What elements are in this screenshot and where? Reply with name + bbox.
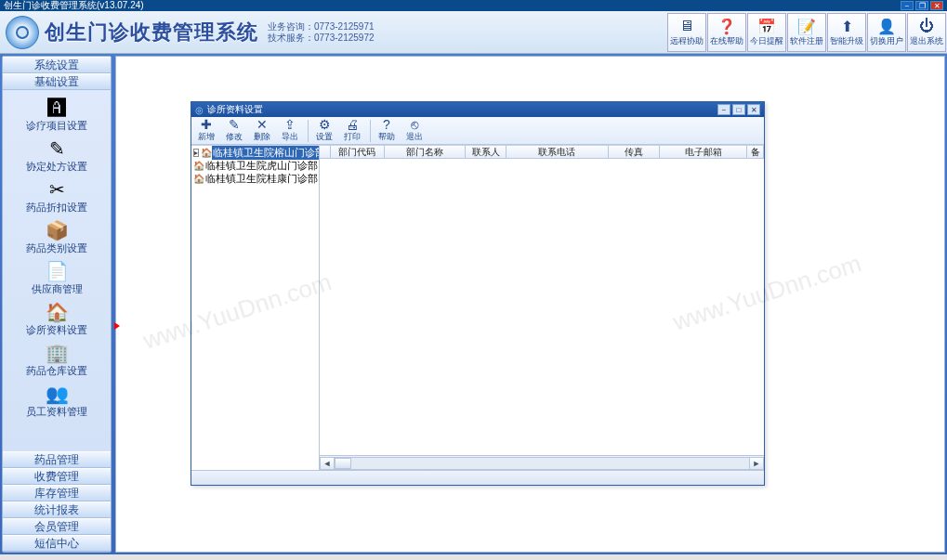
sidebar-item-icon: 🏠 <box>44 301 70 323</box>
sidebar-item-2[interactable]: ✂ 药品折扣设置 <box>3 176 111 216</box>
toolbar-separator <box>308 120 309 142</box>
sidebar-item-icon: 📄 <box>44 260 70 282</box>
grid-hscrollbar[interactable]: ◄ ► <box>320 455 764 470</box>
toolbar-button-label: 打印 <box>344 131 361 143</box>
sidebar-item-1[interactable]: ✎ 协定处方设置 <box>3 135 111 176</box>
grid-header-cell-6[interactable]: 备 <box>747 146 764 158</box>
toolbar-button-label: 设置 <box>316 131 333 143</box>
contact-line-1: 业务咨询：0773-2125971 <box>268 21 375 33</box>
toolbar-button-label: 退出 <box>406 131 423 143</box>
toolbar-button-帮助[interactable]: ? 帮助 <box>374 118 400 144</box>
sidebar-head-top-0[interactable]: 系统设置 <box>3 57 111 73</box>
toolbar-button-退出[interactable]: ⎋ 退出 <box>401 118 427 144</box>
header-button-icon: ❓ <box>717 17 736 35</box>
grid-header: 部门代码部门名称联系人联系电话传真电子邮箱备 <box>320 146 764 159</box>
toolbar-button-label: 导出 <box>282 131 298 143</box>
dialog-body: ▸🏠 临桂镇卫生院榕山门诊部🏠 临桂镇卫生院虎山门诊部🏠 临桂镇卫生院桂康门诊部… <box>191 145 764 470</box>
sidebar-head-bottom-2[interactable]: 库存管理 <box>3 485 111 501</box>
toolbar-button-icon: ? <box>383 118 390 131</box>
toolbar-button-label: 删除 <box>254 131 270 143</box>
toolbar-button-导出[interactable]: ⇪ 导出 <box>277 118 303 144</box>
content-panel: ◎ 诊所资料设置 − □ ✕ ✚ 新增✎ 修改✕ 删除⇪ 导出⚙ 设置🖨 <box>115 56 945 553</box>
outer-window-title: 创生门诊收费管理系统(v13.07.24) <box>4 0 144 12</box>
sidebar-head-bottom-5[interactable]: 短信中心 <box>3 535 111 552</box>
header-button-icon: 🖥 <box>677 17 696 35</box>
toolbar-button-新增[interactable]: ✚ 新增 <box>193 118 219 144</box>
grid-header-cell-4[interactable]: 传真 <box>609 146 661 158</box>
grid-header-cell-1[interactable]: 部门名称 <box>385 146 467 158</box>
header-button-1[interactable]: ❓ 在线帮助 <box>707 13 746 52</box>
sidebar-item-label: 协定处方设置 <box>26 160 87 174</box>
header-button-2[interactable]: 📅 今日提醒 <box>747 13 786 52</box>
maximize-button[interactable]: ❐ <box>915 1 928 10</box>
sidebar-head-bottom-0[interactable]: 药品管理 <box>3 451 111 468</box>
sidebar-head-top-1[interactable]: 基础设置 <box>3 73 111 90</box>
grid-header-cell-5[interactable]: 电子邮箱 <box>660 146 747 158</box>
toolbar-button-设置[interactable]: ⚙ 设置 <box>311 118 337 144</box>
dialog-titlebar: ◎ 诊所资料设置 − □ ✕ <box>191 102 764 117</box>
dialog-close-button[interactable]: ✕ <box>747 104 760 115</box>
app-header: 创生门诊收费管理系统 业务咨询：0773-2125971 技术服务：0773-2… <box>0 11 947 54</box>
grid-header-cell-2[interactable]: 联系人 <box>466 146 506 158</box>
toolbar-button-删除[interactable]: ✕ 删除 <box>249 118 275 144</box>
sidebar-head-bottom-3[interactable]: 统计报表 <box>3 501 111 518</box>
close-button[interactable]: ✕ <box>930 1 943 10</box>
sidebar-head-bottom-4[interactable]: 会员管理 <box>3 518 111 535</box>
header-toolbar: 🖥 远程协助❓ 在线帮助📅 今日提醒📝 软件注册⬆ 智能升级👤 切换用户⏻ 退出… <box>667 13 947 52</box>
outer-window-buttons: − ❐ ✕ <box>901 1 943 10</box>
tree-toggle-icon[interactable]: ▸ <box>193 149 199 157</box>
hscroll-left-icon[interactable]: ◄ <box>320 457 335 470</box>
header-button-0[interactable]: 🖥 远程协助 <box>667 13 706 52</box>
tree-item-1[interactable]: 🏠 临桂镇卫生院虎山门诊部 <box>191 159 319 172</box>
header-button-icon: 📅 <box>757 17 776 35</box>
grid-body <box>320 159 764 455</box>
dialog-minimize-button[interactable]: − <box>717 104 730 115</box>
app-contact-block: 业务咨询：0773-2125971 技术服务：0773-2125972 <box>268 21 375 44</box>
red-marker-icon <box>114 322 120 330</box>
hscroll-thumb[interactable] <box>335 458 351 469</box>
dialog-clinic-data: ◎ 诊所资料设置 − □ ✕ ✚ 新增✎ 修改✕ 删除⇪ 导出⚙ 设置🖨 <box>191 101 765 486</box>
sidebar-item-5[interactable]: 🏠 诊所资料设置 <box>3 298 111 339</box>
header-button-label: 切换用户 <box>870 35 903 47</box>
header-button-4[interactable]: ⬆ 智能升级 <box>827 13 866 52</box>
header-button-label: 智能升级 <box>830 35 863 47</box>
dialog-statusbar <box>191 470 764 485</box>
tree-item-label: 临桂镇卫生院桂康门诊部 <box>204 172 319 186</box>
header-button-label: 远程协助 <box>670 35 704 47</box>
header-button-3[interactable]: 📝 软件注册 <box>787 13 826 52</box>
minimize-button[interactable]: − <box>901 1 914 10</box>
toolbar-button-icon: ⚙ <box>319 118 331 131</box>
grid-header-cell-3[interactable]: 联系电话 <box>506 146 609 158</box>
header-button-5[interactable]: 👤 切换用户 <box>867 13 906 52</box>
grid-header-cell-0[interactable]: 部门代码 <box>331 146 385 158</box>
hscroll-track[interactable] <box>335 457 749 470</box>
tree-house-icon: 🏠 <box>193 161 204 171</box>
dialog-title: 诊所资料设置 <box>207 103 263 116</box>
header-button-label: 软件注册 <box>790 35 823 47</box>
grid-header-rowmarker <box>320 146 331 158</box>
tree-item-2[interactable]: 🏠 临桂镇卫生院桂康门诊部 <box>191 172 319 185</box>
sidebar-item-6[interactable]: 🏢 药品仓库设置 <box>3 339 111 380</box>
main-area: 系统设置基础设置 🅰 诊疗项目设置✎ 协定处方设置✂ 药品折扣设置📦 药品类别设… <box>0 54 947 554</box>
sidebar-item-icon: ✎ <box>44 137 70 160</box>
tree-item-label: 临桂镇卫生院榕山门诊部 <box>212 146 320 160</box>
tree-item-0[interactable]: ▸🏠 临桂镇卫生院榕山门诊部 <box>191 146 319 159</box>
sidebar: 系统设置基础设置 🅰 诊疗项目设置✎ 协定处方设置✂ 药品折扣设置📦 药品类别设… <box>2 56 112 553</box>
dialog-icon: ◎ <box>195 105 204 115</box>
sidebar-item-label: 诊所资料设置 <box>26 323 87 337</box>
sidebar-item-3[interactable]: 📦 药品类别设置 <box>3 216 111 257</box>
outer-window-titlebar: 创生门诊收费管理系统(v13.07.24) − ❐ ✕ <box>0 0 947 11</box>
header-button-icon: 👤 <box>877 17 896 35</box>
sidebar-item-0[interactable]: 🅰 诊疗项目设置 <box>3 94 111 135</box>
toolbar-button-打印[interactable]: 🖨 打印 <box>339 118 365 144</box>
sidebar-head-bottom-1[interactable]: 收费管理 <box>3 468 111 485</box>
tree-panel: ▸🏠 临桂镇卫生院榕山门诊部🏠 临桂镇卫生院虎山门诊部🏠 临桂镇卫生院桂康门诊部 <box>191 146 320 470</box>
grid-panel: 部门代码部门名称联系人联系电话传真电子邮箱备 ◄ ► <box>320 146 764 470</box>
sidebar-item-label: 药品仓库设置 <box>26 364 87 378</box>
dialog-maximize-button[interactable]: □ <box>732 104 745 115</box>
hscroll-right-icon[interactable]: ► <box>749 457 764 470</box>
header-button-6[interactable]: ⏻ 退出系统 <box>907 13 946 52</box>
toolbar-button-修改[interactable]: ✎ 修改 <box>221 118 247 144</box>
sidebar-item-7[interactable]: 👥 员工资料管理 <box>3 380 111 421</box>
sidebar-item-4[interactable]: 📄 供应商管理 <box>3 257 111 298</box>
